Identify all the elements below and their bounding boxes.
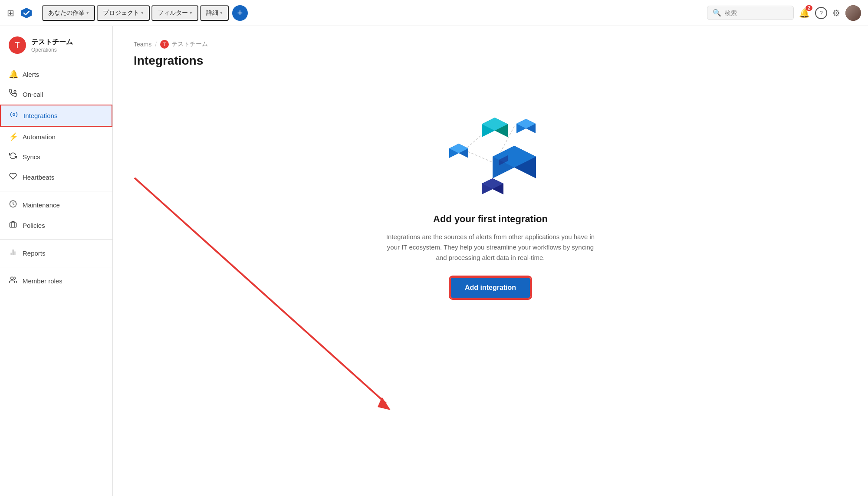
sidebar-item-label: Reports xyxy=(23,250,46,257)
nav-item-work[interactable]: あなたの作業 ▾ xyxy=(42,5,95,21)
nav-menu: あなたの作業 ▾ プロジェクト ▾ フィルター ▾ 詳細 ▾ + xyxy=(42,5,704,21)
sidebar-item-policies[interactable]: Policies xyxy=(0,215,112,236)
team-name: テストチーム xyxy=(31,38,73,47)
search-icon: 🔍 xyxy=(713,9,721,17)
sidebar-item-label: Member roles xyxy=(23,277,62,285)
layout: T テストチーム Operations 🔔 Alerts On-call xyxy=(0,26,868,496)
avatar[interactable] xyxy=(845,5,861,21)
sidebar-item-oncall[interactable]: On-call xyxy=(0,84,112,105)
bell-icon: 🔔 xyxy=(9,69,17,79)
svg-point-7 xyxy=(11,277,13,279)
team-avatar: T xyxy=(9,36,26,54)
sidebar-item-label: Policies xyxy=(23,222,45,229)
chevron-down-icon: ▾ xyxy=(190,10,192,16)
logo[interactable] xyxy=(20,6,33,20)
main-content: Teams / T テストチーム Integrations xyxy=(113,26,868,496)
nav-item-project[interactable]: プロジェクト ▾ xyxy=(97,5,150,21)
nav-item-filter[interactable]: フィルター ▾ xyxy=(151,5,198,21)
integration-illustration xyxy=(425,102,556,200)
sidebar-item-label: Automation xyxy=(23,133,56,141)
users-icon xyxy=(9,276,17,286)
chevron-down-icon: ▾ xyxy=(220,10,223,16)
grid-icon[interactable]: ⊞ xyxy=(7,8,14,18)
breadcrumb-separator: / xyxy=(155,41,157,48)
svg-line-8 xyxy=(464,133,484,150)
sidebar-item-label: On-call xyxy=(23,91,43,98)
divider xyxy=(0,267,112,267)
sidebar-item-automation[interactable]: ⚡ Automation xyxy=(0,127,112,147)
divider xyxy=(0,239,112,240)
sidebar-item-label: Maintenance xyxy=(23,201,60,209)
search-input[interactable] xyxy=(725,10,788,16)
sidebar-item-syncs[interactable]: Syncs xyxy=(0,147,112,167)
help-icon: ? xyxy=(815,7,827,19)
maintenance-icon xyxy=(9,200,17,210)
heart-icon xyxy=(9,172,17,182)
policies-icon xyxy=(9,220,17,230)
chevron-down-icon: ▾ xyxy=(141,10,144,16)
breadcrumb-team: T テストチーム xyxy=(160,40,208,49)
help-button[interactable]: ? xyxy=(815,7,827,19)
svg-line-9 xyxy=(464,150,495,163)
sidebar-item-reports[interactable]: Reports xyxy=(0,243,112,263)
sync-icon xyxy=(9,152,17,162)
breadcrumb: Teams / T テストチーム xyxy=(134,40,847,49)
svg-point-0 xyxy=(14,90,16,92)
nav-item-detail[interactable]: 詳細 ▾ xyxy=(200,5,229,21)
phone-icon xyxy=(9,89,17,99)
sidebar-item-label: Heartbeats xyxy=(23,174,54,181)
sidebar-item-heartbeats[interactable]: Heartbeats xyxy=(0,167,112,187)
reports-icon xyxy=(9,248,17,258)
empty-state: Add your first integration Integrations … xyxy=(339,85,642,316)
team-icon: T xyxy=(160,40,169,49)
divider xyxy=(0,191,112,191)
integrations-icon xyxy=(10,111,18,121)
breadcrumb-team-name: テストチーム xyxy=(171,40,208,48)
automation-icon: ⚡ xyxy=(9,132,17,141)
gear-icon: ⚙ xyxy=(832,8,840,18)
page-title: Integrations xyxy=(134,54,847,68)
team-header: T テストチーム Operations xyxy=(0,36,112,64)
add-integration-button[interactable]: Add integration xyxy=(450,277,531,299)
empty-state-title: Add your first integration xyxy=(433,214,548,225)
nav-right: 🔍 🔔 2 ? ⚙ xyxy=(707,5,861,21)
sidebar: T テストチーム Operations 🔔 Alerts On-call xyxy=(0,26,113,496)
navbar: ⊞ あなたの作業 ▾ プロジェクト ▾ フィルター ▾ 詳細 ▾ + 🔍 xyxy=(0,0,868,26)
svg-rect-3 xyxy=(10,223,16,227)
notification-badge: 2 xyxy=(806,5,812,11)
sidebar-item-integrations[interactable]: Integrations xyxy=(0,105,112,127)
sidebar-item-alerts[interactable]: 🔔 Alerts xyxy=(0,64,112,84)
sidebar-item-maintenance[interactable]: Maintenance xyxy=(0,195,112,215)
sidebar-item-label: Integrations xyxy=(23,112,57,119)
sidebar-item-label: Syncs xyxy=(23,153,40,161)
settings-button[interactable]: ⚙ xyxy=(832,8,840,18)
sidebar-item-label: Alerts xyxy=(23,71,39,78)
sidebar-nav: 🔔 Alerts On-call xyxy=(0,64,112,291)
empty-state-description: Integrations are the sources of alerts f… xyxy=(382,232,599,263)
team-role: Operations xyxy=(31,47,73,53)
svg-point-1 xyxy=(13,114,15,116)
create-button[interactable]: + xyxy=(232,5,248,21)
notifications-button[interactable]: 🔔 2 xyxy=(799,8,810,18)
search-box[interactable]: 🔍 xyxy=(707,6,794,20)
sidebar-item-member-roles[interactable]: Member roles xyxy=(0,271,112,291)
breadcrumb-teams[interactable]: Teams xyxy=(134,41,151,48)
chevron-down-icon: ▾ xyxy=(86,10,89,16)
